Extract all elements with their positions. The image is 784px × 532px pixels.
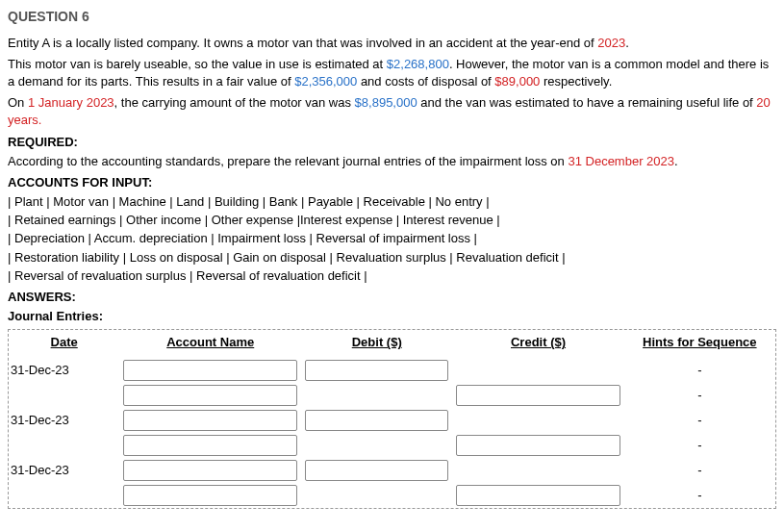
journal-entries-label: Journal Entries:	[8, 308, 776, 325]
required-text-a: According to the accounting standards, p…	[8, 154, 568, 168]
account-cell	[119, 383, 301, 408]
table-row: 31-Dec-23-	[9, 358, 775, 383]
hint-cell: -	[624, 483, 775, 508]
accounts-line: | Retained earnings | Other income | Oth…	[8, 212, 776, 229]
debit-input[interactable]	[305, 360, 448, 381]
debit-cell	[301, 433, 452, 458]
required-text: According to the accounting standards, p…	[8, 153, 776, 170]
account-name-input[interactable]	[123, 485, 297, 506]
debit-cell	[301, 358, 452, 383]
p2-fair-value: $2,356,000	[294, 74, 357, 89]
debit-cell	[301, 408, 452, 433]
accounts-line: | Restoration liability | Loss on dispos…	[8, 249, 776, 266]
credit-cell	[452, 383, 623, 408]
date-cell: 31-Dec-23	[9, 358, 119, 383]
p3-text-a: On	[8, 95, 28, 110]
date-cell: 31-Dec-23	[9, 458, 119, 483]
account-name-input[interactable]	[123, 435, 297, 456]
account-name-input[interactable]	[123, 410, 297, 431]
accounts-label: ACCOUNTS FOR INPUT:	[8, 174, 776, 191]
p2-text-c: and costs of disposal of	[357, 74, 494, 89]
date-cell	[9, 433, 119, 458]
header-account: Account Name	[119, 330, 301, 357]
header-debit: Debit ($)	[301, 330, 452, 357]
hint-cell: -	[624, 433, 775, 458]
table-row: 31-Dec-23-	[9, 408, 775, 433]
date-cell: 31-Dec-23	[9, 408, 119, 433]
journal-entries-table: Date Account Name Debit ($) Credit ($) H…	[9, 330, 775, 507]
date-cell	[9, 483, 119, 508]
hint-cell: -	[624, 383, 775, 408]
account-cell	[119, 408, 301, 433]
debit-input[interactable]	[305, 410, 448, 431]
p3-carrying-amount: $8,895,000	[355, 95, 417, 110]
header-date: Date	[9, 330, 119, 357]
hint-cell: -	[624, 408, 775, 433]
credit-input[interactable]	[456, 385, 620, 406]
account-name-input[interactable]	[123, 360, 297, 381]
p2-text-a: This motor van is barely useable, so the…	[8, 57, 387, 71]
accounts-line: | Depreciation | Accum. depreciation | I…	[8, 230, 776, 247]
p2-costs-disposal: $89,000	[494, 74, 540, 89]
credit-cell	[452, 483, 623, 508]
table-row: -	[9, 383, 775, 408]
p3-date: 1 January 2023	[28, 95, 114, 110]
p3-text-c: and the van was estimated to have a rema…	[417, 95, 757, 110]
answers-label: ANSWERS:	[8, 289, 776, 306]
p1-text-a: Entity A is a locally listed company. It…	[8, 36, 597, 50]
hint-cell: -	[624, 358, 775, 383]
required-date: 31 December 2023	[568, 154, 674, 168]
question-title: QUESTION 6	[8, 8, 776, 27]
table-row: -	[9, 483, 775, 508]
debit-cell	[301, 383, 452, 408]
p2-text-d: respectively.	[540, 74, 612, 89]
account-cell	[119, 433, 301, 458]
credit-cell	[452, 408, 623, 433]
required-text-b: .	[674, 154, 678, 168]
paragraph-2: This motor van is barely useable, so the…	[8, 56, 776, 90]
account-cell	[119, 458, 301, 483]
paragraph-3: On 1 January 2023, the carrying amount o…	[8, 94, 776, 129]
credit-input[interactable]	[456, 485, 620, 506]
p3-text-b: , the carrying amount of the motor van w…	[114, 95, 355, 110]
header-credit: Credit ($)	[452, 330, 623, 357]
account-cell	[119, 483, 301, 508]
p1-text-b: .	[625, 36, 629, 50]
credit-cell	[452, 458, 623, 483]
debit-cell	[301, 483, 452, 508]
p2-value-in-use: $2,268,800	[387, 57, 449, 71]
credit-input[interactable]	[456, 435, 620, 456]
account-name-input[interactable]	[123, 460, 297, 481]
account-cell	[119, 358, 301, 383]
p1-year: 2023	[597, 36, 625, 50]
table-row: -	[9, 433, 775, 458]
debit-cell	[301, 458, 452, 483]
required-label: REQUIRED:	[8, 134, 776, 151]
journal-entries-table-container: Date Account Name Debit ($) Credit ($) H…	[8, 329, 776, 508]
credit-cell	[452, 433, 623, 458]
debit-input[interactable]	[305, 460, 448, 481]
header-hints: Hints for Sequence	[624, 330, 775, 357]
credit-cell	[452, 358, 623, 383]
accounts-line: | Reversal of revaluation surplus | Reve…	[8, 267, 776, 285]
date-cell	[9, 383, 119, 408]
table-row: 31-Dec-23-	[9, 458, 775, 483]
paragraph-1: Entity A is a locally listed company. It…	[8, 35, 776, 52]
accounts-line: | Plant | Motor van | Machine | Land | B…	[8, 193, 776, 211]
account-name-input[interactable]	[123, 385, 297, 406]
hint-cell: -	[624, 458, 775, 483]
